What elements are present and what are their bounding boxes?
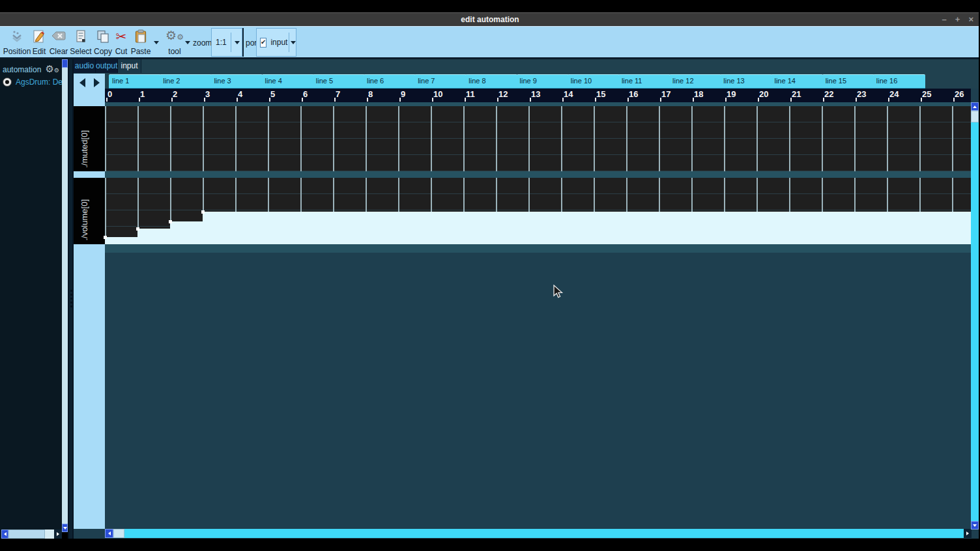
port-checkbox[interactable]: ✔	[260, 38, 267, 48]
gears-icon: ⚙⚙	[45, 63, 59, 77]
edit-label: Edit	[33, 48, 46, 56]
ruler-tick	[823, 98, 824, 102]
automation-step[interactable]	[203, 212, 971, 244]
copy-icon	[96, 29, 110, 44]
radio-selected-icon[interactable]	[3, 78, 12, 87]
line-header: line 4	[262, 74, 314, 89]
close-button[interactable]: ×	[968, 15, 973, 24]
automation-step[interactable]	[105, 237, 137, 244]
edit-automation-window: edit automation – + × Position	[0, 0, 980, 551]
ruler-tick	[595, 98, 596, 102]
scrollbar-handle[interactable]	[971, 111, 979, 122]
line-header: line 6	[364, 74, 416, 89]
ruler-tick	[269, 98, 270, 102]
scrollbar-handle[interactable]	[62, 59, 68, 68]
clear-icon	[51, 29, 66, 44]
scroll-lines-right-button[interactable]	[90, 76, 103, 89]
cut-label: Cut	[115, 48, 128, 56]
automation-header-label: automation	[3, 65, 41, 74]
select-button[interactable]: Select	[69, 29, 93, 56]
scroll-up-button[interactable]	[971, 102, 979, 111]
line-header: line 8	[465, 74, 517, 89]
window-title: edit automation	[0, 15, 980, 24]
maximize-button[interactable]: +	[955, 15, 960, 24]
ruler-tick	[758, 98, 759, 102]
minimize-button[interactable]: –	[942, 15, 947, 24]
automation-point[interactable]	[169, 220, 172, 223]
tool-button[interactable]: ⚙⚙ tool	[164, 29, 185, 56]
paste-button[interactable]: Paste	[129, 29, 152, 56]
ruler-tick	[334, 98, 336, 102]
line-header-row: line 1line 2line 3line 4line 5line 6line…	[105, 74, 971, 89]
tab-output-label: output	[96, 61, 117, 70]
position-icon	[10, 29, 24, 44]
automation-point[interactable]	[136, 227, 139, 231]
scroll-lines-left-button[interactable]	[76, 76, 89, 89]
volume-automation-area	[105, 178, 971, 244]
ruler-number: 18	[694, 89, 703, 99]
tool-gears-icon: ⚙⚙	[166, 29, 184, 44]
tab-input-label: input	[121, 61, 137, 70]
editor-horizontal-scrollbar[interactable]	[105, 529, 972, 538]
lane-divider	[105, 244, 971, 253]
tool-label: tool	[168, 48, 180, 56]
editor-vertical-scrollbar[interactable]	[971, 102, 979, 530]
cut-button[interactable]: ✂ Cut	[113, 29, 129, 56]
scrollbar-handle[interactable]	[8, 530, 45, 539]
combo-divider	[289, 33, 289, 52]
edit-button[interactable]: Edit	[30, 29, 48, 56]
tool-dropdown-arrow-icon[interactable]	[185, 41, 190, 44]
automation-point[interactable]	[201, 210, 205, 214]
select-icon	[75, 29, 87, 44]
zoom-dropdown-arrow-icon[interactable]	[233, 41, 242, 44]
automation-point[interactable]	[104, 236, 107, 239]
scrollbar-handle[interactable]	[113, 529, 124, 538]
zoom-value: 1:1	[212, 38, 229, 47]
clear-button[interactable]: Clear	[48, 29, 69, 56]
line-header: line 1	[109, 74, 161, 89]
automation-sidebar: automation ⚙⚙ AgsDrum: Defau	[0, 59, 62, 539]
sidebar-horizontal-scrollbar[interactable]	[1, 530, 62, 539]
scroll-down-button[interactable]	[62, 524, 68, 532]
scroll-left-button[interactable]	[1, 530, 8, 539]
tab-input[interactable]: input	[118, 59, 141, 73]
ruler-tick	[204, 98, 205, 102]
ruler-tick	[660, 98, 661, 102]
sidebar-vertical-scrollbar[interactable]	[62, 59, 68, 532]
ruler-tick	[790, 98, 792, 102]
line-header: line 2	[160, 74, 212, 89]
copy-button[interactable]: Copy	[93, 29, 113, 56]
scroll-down-button[interactable]	[971, 521, 979, 530]
ruler-number: 19	[727, 89, 736, 99]
ruler-tick	[465, 98, 466, 102]
port-dropdown-arrow-icon[interactable]	[291, 41, 296, 44]
scroll-right-button[interactable]	[54, 530, 62, 539]
muted-automation-lane[interactable]	[105, 106, 971, 171]
tab-output[interactable]: output	[96, 59, 118, 73]
scroll-left-button[interactable]	[105, 529, 113, 538]
zoom-combobox[interactable]: 1:1	[211, 28, 242, 57]
automation-header[interactable]: automation ⚙⚙	[3, 63, 71, 77]
paned-grip-icon[interactable]	[70, 290, 72, 309]
port-combobox[interactable]: ✔ input	[256, 28, 296, 57]
scroll-right-button[interactable]	[964, 529, 972, 538]
ruler-number: 16	[629, 89, 638, 99]
ruler-tick	[106, 98, 108, 102]
ruler-number: 0	[108, 89, 112, 99]
position-label: Position	[3, 48, 31, 56]
paned-separator[interactable]	[68, 59, 74, 539]
paste-dropdown-arrow-icon[interactable]	[154, 41, 159, 44]
ruler-number: 13	[531, 89, 540, 99]
ruler-number: 9	[401, 89, 405, 99]
cut-icon: ✂	[116, 29, 127, 44]
ruler-tick	[725, 98, 727, 102]
automation-step[interactable]	[137, 229, 170, 244]
tab-audio[interactable]: audio	[74, 59, 96, 73]
automation-step[interactable]	[170, 221, 203, 244]
ruler-tick	[530, 98, 531, 102]
position-button[interactable]: Position	[3, 29, 31, 56]
volume-automation-lane[interactable]	[105, 178, 971, 244]
mouse-cursor	[553, 285, 564, 302]
automation-editor: audio output input ./muted[0] ./volume[0…	[74, 59, 980, 539]
line-header: line 11	[618, 74, 670, 89]
